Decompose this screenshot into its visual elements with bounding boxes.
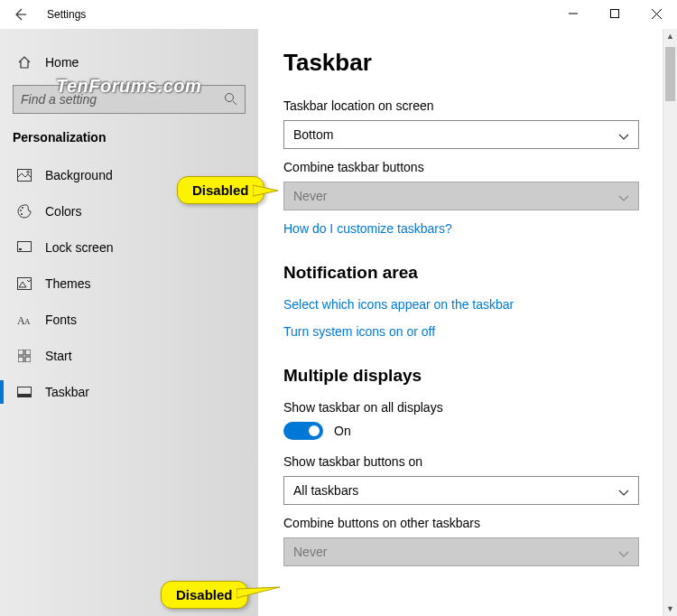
location-dropdown[interactable]: Bottom [283,120,639,149]
sidebar-item-label: Fonts [45,313,77,327]
help-link[interactable]: How do I customize taskbars? [283,221,652,236]
chevron-down-icon [618,547,629,562]
window-title: Settings [47,8,86,21]
svg-point-6 [21,213,23,215]
svg-rect-0 [611,10,619,18]
back-button[interactable] [5,0,34,29]
sidebar-item-label: Taskbar [45,385,89,399]
scroll-thumb[interactable] [665,47,675,101]
location-value: Bottom [293,127,333,142]
sidebar-item-label: Themes [45,276,91,291]
svg-text:A: A [24,317,31,326]
sidebar-home[interactable]: Home [0,45,258,79]
lockscreen-icon [16,241,32,254]
toggle-knob [309,425,320,436]
sidebar: Home Find a setting Personalization Back… [0,29,258,616]
themes-icon [16,277,32,290]
chevron-down-icon [618,191,629,206]
fonts-icon: AA [16,313,32,326]
sidebar-item-colors[interactable]: Colors [0,193,258,229]
taskbar-icon [16,387,32,397]
sidebar-item-label: Start [45,349,72,363]
combine-dropdown: Never [283,182,639,210]
multi-combine-dropdown: Never [283,537,639,566]
start-icon [16,350,32,362]
page-title: Taskbar [283,49,652,77]
scrollbar[interactable]: ▲ ▼ [663,29,677,616]
svg-point-4 [20,210,22,211]
scroll-up-arrow[interactable]: ▲ [663,29,677,43]
search-placeholder: Find a setting [21,92,97,107]
maximize-button[interactable] [594,0,635,27]
scroll-down-arrow[interactable]: ▼ [663,602,677,616]
multi-show-state: On [334,424,351,438]
svg-point-5 [22,207,23,209]
svg-rect-8 [19,248,22,250]
close-button[interactable] [635,0,677,27]
multi-buttons-dropdown[interactable]: All taskbars [283,476,639,505]
multi-show-toggle[interactable] [283,422,323,440]
svg-point-3 [27,171,30,173]
palette-icon [16,204,32,219]
notif-link-system[interactable]: Turn system icons on or off [283,324,652,339]
svg-rect-17 [18,394,32,397]
combine-label: Combine taskbar buttons [283,160,652,174]
minimize-button[interactable] [552,0,594,27]
sidebar-item-label: Background [45,168,113,182]
sidebar-item-fonts[interactable]: AA Fonts [0,302,258,338]
home-icon [16,55,32,70]
sidebar-item-taskbar[interactable]: Taskbar [0,374,258,410]
sidebar-home-label: Home [45,55,79,70]
multiple-displays-heading: Multiple displays [283,366,652,386]
search-icon [224,92,237,108]
sidebar-item-label: Lock screen [45,240,113,255]
multi-combine-label: Combine buttons on other taskbars [283,516,652,530]
multi-show-label: Show taskbar on all displays [283,400,652,415]
main-panel: Taskbar Taskbar location on screen Botto… [258,29,677,616]
sidebar-item-background[interactable]: Background [0,157,258,193]
svg-rect-15 [25,357,31,362]
svg-rect-12 [18,350,23,355]
svg-rect-9 [18,278,32,290]
multi-buttons-label: Show taskbar buttons on [283,454,652,469]
notification-heading: Notification area [283,263,652,283]
multi-buttons-value: All taskbars [293,483,358,498]
sidebar-item-lockscreen[interactable]: Lock screen [0,229,258,266]
picture-icon [16,169,32,182]
combine-value: Never [293,189,327,203]
location-label: Taskbar location on screen [283,98,652,113]
sidebar-category: Personalization [0,123,258,157]
sidebar-item-label: Colors [45,204,81,219]
svg-rect-13 [25,350,31,355]
arrow-left-icon [13,7,27,22]
search-input[interactable]: Find a setting [13,85,246,114]
notif-link-icons[interactable]: Select which icons appear on the taskbar [283,297,652,312]
sidebar-item-themes[interactable]: Themes [0,266,258,302]
multi-combine-value: Never [293,545,327,559]
svg-rect-14 [18,357,23,362]
svg-point-1 [226,94,234,102]
chevron-down-icon [618,130,629,145]
sidebar-item-start[interactable]: Start [0,338,258,374]
chevron-down-icon [618,486,629,500]
